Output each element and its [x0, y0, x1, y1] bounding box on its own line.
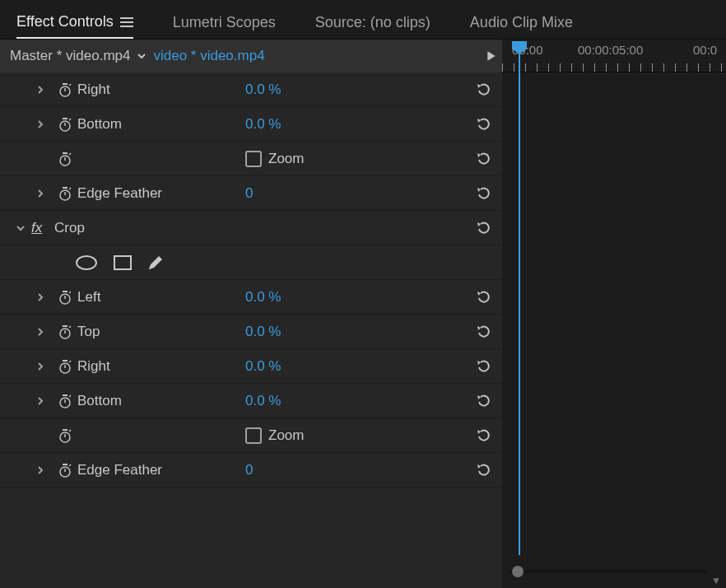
- timecode-label: 00:0: [693, 43, 717, 57]
- reset-icon[interactable]: [474, 115, 492, 133]
- prop-label: Bottom: [77, 393, 122, 409]
- stopwatch-icon[interactable]: [53, 185, 77, 202]
- zoom-checkbox[interactable]: [245, 427, 262, 444]
- prop-value[interactable]: 0.0 %: [245, 393, 281, 409]
- rectangle-mask-icon[interactable]: [112, 254, 133, 272]
- sequence-clip-label[interactable]: video * video.mp4: [153, 48, 264, 64]
- svg-rect-6: [63, 118, 67, 119]
- ellipse-mask-icon[interactable]: [74, 254, 99, 272]
- svg-line-25: [69, 326, 71, 328]
- svg-rect-24: [63, 325, 67, 327]
- reset-icon[interactable]: [474, 288, 492, 306]
- prop-crop-right: Right 0.0 %: [0, 349, 502, 384]
- reset-icon[interactable]: [474, 357, 492, 376]
- svg-line-37: [69, 430, 71, 432]
- stopwatch-icon[interactable]: [53, 427, 77, 444]
- stopwatch-icon[interactable]: [53, 289, 77, 306]
- svg-line-29: [69, 361, 71, 362]
- reset-icon[interactable]: [474, 323, 492, 341]
- svg-rect-2: [63, 83, 67, 85]
- stopwatch-icon[interactable]: [53, 462, 77, 478]
- stopwatch-icon[interactable]: [53, 324, 77, 340]
- resize-corner-icon[interactable]: ▼: [711, 575, 721, 586]
- prop-crop-left: Left 0.0 %: [0, 280, 502, 315]
- tab-audio-clip-mixer[interactable]: Audio Clip Mixe: [470, 7, 573, 38]
- prop-value[interactable]: 0.0 %: [245, 324, 281, 340]
- prop-label: Right: [77, 358, 110, 375]
- svg-line-11: [69, 153, 71, 155]
- panel-menu-icon[interactable]: [120, 17, 133, 27]
- prop-value[interactable]: 0: [245, 462, 253, 478]
- reset-icon[interactable]: [474, 392, 492, 410]
- chevron-right-icon[interactable]: [36, 189, 53, 198]
- tab-label: Effect Controls: [16, 13, 114, 30]
- prop-label: Top: [77, 324, 100, 340]
- tab-source[interactable]: Source: (no clips): [315, 7, 430, 38]
- reset-icon[interactable]: [474, 81, 492, 99]
- reset-icon[interactable]: [474, 184, 492, 203]
- svg-rect-17: [114, 256, 131, 269]
- svg-rect-36: [63, 429, 67, 431]
- chevron-right-icon[interactable]: [36, 328, 53, 336]
- chevron-right-icon[interactable]: [36, 397, 53, 405]
- svg-line-15: [69, 188, 71, 189]
- tab-effect-controls[interactable]: Effect Controls: [16, 7, 133, 39]
- property-list: Right 0.0 % Bottom 0.0 %: [0, 72, 502, 588]
- prop-value[interactable]: 0.0 %: [245, 116, 281, 133]
- playhead[interactable]: [519, 41, 520, 555]
- fx-badge-icon[interactable]: fx: [31, 220, 54, 236]
- chevron-right-icon[interactable]: [36, 466, 53, 474]
- zoom-scrollbar[interactable]: [509, 570, 706, 573]
- prop-crop-edge-feather: Edge Feather 0: [0, 453, 502, 488]
- stopwatch-icon[interactable]: [53, 151, 77, 167]
- timeline-ruler[interactable]: 00:00 00:00:05:00 00:0: [502, 40, 726, 72]
- svg-line-3: [69, 84, 71, 86]
- chevron-down-icon[interactable]: [16, 224, 31, 232]
- ruler-ticks: [502, 63, 726, 72]
- zoom-checkbox[interactable]: [245, 151, 262, 167]
- play-icon[interactable]: [486, 50, 497, 62]
- reset-icon[interactable]: [474, 219, 492, 237]
- prop-value[interactable]: 0.0 %: [245, 358, 281, 375]
- prop-edge-feather: Edge Feather 0: [0, 176, 502, 211]
- reset-icon[interactable]: [474, 427, 492, 445]
- svg-point-16: [77, 256, 96, 269]
- prop-label: Edge Feather: [77, 462, 162, 478]
- mask-shape-tools: [0, 245, 502, 280]
- svg-line-7: [69, 119, 71, 120]
- svg-rect-10: [63, 152, 67, 154]
- prop-value[interactable]: 0.0 %: [245, 82, 281, 98]
- chevron-right-icon[interactable]: [36, 120, 53, 128]
- svg-line-33: [69, 395, 71, 397]
- prop-label: Left: [77, 289, 100, 306]
- stopwatch-icon[interactable]: [53, 358, 77, 375]
- keyframe-timeline: 00:00 00:00:05:00 00:0 ▼: [502, 40, 726, 588]
- prop-value[interactable]: 0: [245, 185, 253, 202]
- reset-icon[interactable]: [474, 461, 492, 479]
- panel-tabs: Effect Controls Lumetri Scopes Source: (…: [0, 0, 726, 40]
- prop-label: Right: [77, 82, 110, 98]
- master-clip-label[interactable]: Master * video.mp4: [10, 48, 130, 64]
- pen-mask-icon[interactable]: [147, 254, 165, 272]
- timecode-label: 00:00:05:00: [578, 43, 643, 57]
- prop-right: Right 0.0 %: [0, 72, 502, 107]
- stopwatch-icon[interactable]: [53, 393, 77, 409]
- prop-value[interactable]: 0.0 %: [245, 289, 281, 306]
- chevron-right-icon[interactable]: [36, 86, 53, 94]
- zoom-thumb[interactable]: [512, 566, 524, 577]
- stopwatch-icon[interactable]: [53, 82, 77, 98]
- stopwatch-icon[interactable]: [53, 116, 77, 133]
- svg-rect-14: [63, 187, 67, 189]
- prop-bottom: Bottom 0.0 %: [0, 107, 502, 142]
- svg-line-21: [69, 292, 71, 293]
- zoom-label: Zoom: [268, 151, 304, 167]
- reset-icon[interactable]: [474, 150, 492, 168]
- chevron-right-icon[interactable]: [36, 293, 53, 301]
- prop-label: Bottom: [77, 116, 122, 133]
- svg-rect-28: [63, 360, 67, 362]
- chevron-right-icon[interactable]: [36, 362, 53, 371]
- clip-selector-bar: Master * video.mp4 video * video.mp4: [0, 40, 502, 72]
- tab-lumetri-scopes[interactable]: Lumetri Scopes: [173, 7, 276, 38]
- chevron-down-icon[interactable]: [137, 51, 147, 61]
- effect-crop-header[interactable]: fx Crop: [0, 211, 502, 245]
